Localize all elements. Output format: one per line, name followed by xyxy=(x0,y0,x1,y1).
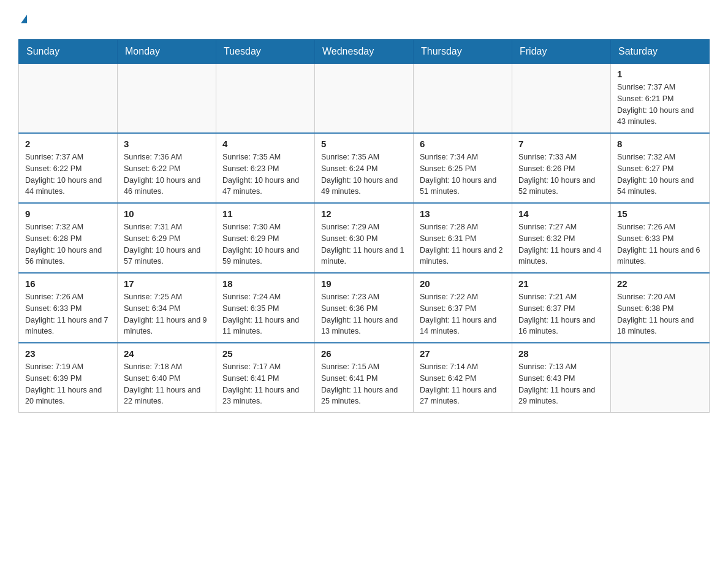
day-info: Sunrise: 7:23 AMSunset: 6:36 PMDaylight:… xyxy=(321,291,407,337)
day-info: Sunrise: 7:28 AMSunset: 6:31 PMDaylight:… xyxy=(420,221,506,267)
calendar-day-cell xyxy=(315,64,414,134)
day-number: 13 xyxy=(420,209,506,219)
calendar-day-cell: 16Sunrise: 7:26 AMSunset: 6:33 PMDayligh… xyxy=(19,273,118,343)
day-info: Sunrise: 7:32 AMSunset: 6:28 PMDaylight:… xyxy=(25,221,111,267)
day-number: 23 xyxy=(25,348,111,359)
calendar-day-cell: 23Sunrise: 7:19 AMSunset: 6:39 PMDayligh… xyxy=(19,343,118,413)
calendar-day-cell: 3Sunrise: 7:36 AMSunset: 6:22 PMDaylight… xyxy=(118,133,216,203)
day-number: 11 xyxy=(222,209,308,219)
day-info: Sunrise: 7:25 AMSunset: 6:34 PMDaylight:… xyxy=(124,291,210,337)
day-info: Sunrise: 7:17 AMSunset: 6:41 PMDaylight:… xyxy=(222,361,308,407)
day-info: Sunrise: 7:35 AMSunset: 6:24 PMDaylight:… xyxy=(321,151,407,197)
calendar-day-cell: 14Sunrise: 7:27 AMSunset: 6:32 PMDayligh… xyxy=(512,203,611,273)
day-number: 26 xyxy=(321,348,407,359)
calendar-day-cell xyxy=(611,343,710,413)
day-number: 17 xyxy=(124,278,210,289)
day-number: 21 xyxy=(518,278,604,289)
day-number: 18 xyxy=(222,278,308,289)
day-info: Sunrise: 7:15 AMSunset: 6:41 PMDaylight:… xyxy=(321,361,407,407)
day-number: 24 xyxy=(124,348,210,359)
day-info: Sunrise: 7:26 AMSunset: 6:33 PMDaylight:… xyxy=(617,221,703,267)
calendar-day-cell xyxy=(19,64,118,134)
day-info: Sunrise: 7:14 AMSunset: 6:42 PMDaylight:… xyxy=(420,361,506,407)
calendar-table: Sunday Monday Tuesday Wednesday Thursday… xyxy=(18,39,710,413)
calendar-day-cell: 25Sunrise: 7:17 AMSunset: 6:41 PMDayligh… xyxy=(216,343,315,413)
calendar-day-cell xyxy=(512,64,611,134)
day-info: Sunrise: 7:30 AMSunset: 6:29 PMDaylight:… xyxy=(222,221,308,267)
day-number: 12 xyxy=(321,209,407,219)
day-number: 2 xyxy=(25,139,111,149)
header-saturday: Saturday xyxy=(611,40,710,64)
calendar-week-row: 9Sunrise: 7:32 AMSunset: 6:28 PMDaylight… xyxy=(19,203,710,273)
day-number: 20 xyxy=(420,278,506,289)
day-number: 5 xyxy=(321,139,407,149)
day-number: 28 xyxy=(518,348,604,359)
day-info: Sunrise: 7:37 AMSunset: 6:22 PMDaylight:… xyxy=(25,151,111,197)
calendar-day-cell xyxy=(118,64,216,134)
calendar-day-cell: 21Sunrise: 7:21 AMSunset: 6:37 PMDayligh… xyxy=(512,273,611,343)
calendar-day-cell: 9Sunrise: 7:32 AMSunset: 6:28 PMDaylight… xyxy=(19,203,118,273)
calendar-day-cell: 5Sunrise: 7:35 AMSunset: 6:24 PMDaylight… xyxy=(315,133,414,203)
day-info: Sunrise: 7:18 AMSunset: 6:40 PMDaylight:… xyxy=(124,361,210,407)
calendar-week-row: 1Sunrise: 7:37 AMSunset: 6:21 PMDaylight… xyxy=(19,64,710,134)
day-number: 6 xyxy=(420,139,506,149)
day-number: 9 xyxy=(25,209,111,219)
calendar-day-cell: 15Sunrise: 7:26 AMSunset: 6:33 PMDayligh… xyxy=(611,203,710,273)
header-tuesday: Tuesday xyxy=(216,40,315,64)
calendar-day-cell: 17Sunrise: 7:25 AMSunset: 6:34 PMDayligh… xyxy=(118,273,216,343)
calendar-day-cell xyxy=(414,64,512,134)
day-info: Sunrise: 7:33 AMSunset: 6:26 PMDaylight:… xyxy=(518,151,604,197)
day-info: Sunrise: 7:24 AMSunset: 6:35 PMDaylight:… xyxy=(222,291,308,337)
header-monday: Monday xyxy=(118,40,216,64)
day-info: Sunrise: 7:32 AMSunset: 6:27 PMDaylight:… xyxy=(617,151,703,197)
calendar-day-cell: 10Sunrise: 7:31 AMSunset: 6:29 PMDayligh… xyxy=(118,203,216,273)
calendar-day-cell: 22Sunrise: 7:20 AMSunset: 6:38 PMDayligh… xyxy=(611,273,710,343)
day-info: Sunrise: 7:20 AMSunset: 6:38 PMDaylight:… xyxy=(617,291,703,337)
logo-top-row xyxy=(18,12,27,27)
day-number: 16 xyxy=(25,278,111,289)
calendar-day-cell: 7Sunrise: 7:33 AMSunset: 6:26 PMDaylight… xyxy=(512,133,611,203)
day-info: Sunrise: 7:21 AMSunset: 6:37 PMDaylight:… xyxy=(518,291,604,337)
day-info: Sunrise: 7:13 AMSunset: 6:43 PMDaylight:… xyxy=(518,361,604,407)
calendar-day-cell: 4Sunrise: 7:35 AMSunset: 6:23 PMDaylight… xyxy=(216,133,315,203)
calendar-week-row: 16Sunrise: 7:26 AMSunset: 6:33 PMDayligh… xyxy=(19,273,710,343)
calendar-day-cell xyxy=(216,64,315,134)
day-info: Sunrise: 7:26 AMSunset: 6:33 PMDaylight:… xyxy=(25,291,111,337)
calendar-day-cell: 19Sunrise: 7:23 AMSunset: 6:36 PMDayligh… xyxy=(315,273,414,343)
calendar-day-cell: 8Sunrise: 7:32 AMSunset: 6:27 PMDaylight… xyxy=(611,133,710,203)
calendar-day-cell: 11Sunrise: 7:30 AMSunset: 6:29 PMDayligh… xyxy=(216,203,315,273)
calendar-week-row: 2Sunrise: 7:37 AMSunset: 6:22 PMDaylight… xyxy=(19,133,710,203)
day-number: 3 xyxy=(124,139,210,149)
day-info: Sunrise: 7:27 AMSunset: 6:32 PMDaylight:… xyxy=(518,221,604,267)
calendar-day-cell: 20Sunrise: 7:22 AMSunset: 6:37 PMDayligh… xyxy=(414,273,512,343)
day-number: 4 xyxy=(222,139,308,149)
calendar-day-cell: 12Sunrise: 7:29 AMSunset: 6:30 PMDayligh… xyxy=(315,203,414,273)
day-info: Sunrise: 7:31 AMSunset: 6:29 PMDaylight:… xyxy=(124,221,210,267)
day-info: Sunrise: 7:22 AMSunset: 6:37 PMDaylight:… xyxy=(420,291,506,337)
day-info: Sunrise: 7:37 AMSunset: 6:21 PMDaylight:… xyxy=(617,82,703,128)
day-number: 27 xyxy=(420,348,506,359)
day-info: Sunrise: 7:29 AMSunset: 6:30 PMDaylight:… xyxy=(321,221,407,267)
day-number: 15 xyxy=(617,209,703,219)
day-number: 14 xyxy=(518,209,604,219)
day-number: 19 xyxy=(321,278,407,289)
calendar-day-cell: 13Sunrise: 7:28 AMSunset: 6:31 PMDayligh… xyxy=(414,203,512,273)
calendar-day-cell: 28Sunrise: 7:13 AMSunset: 6:43 PMDayligh… xyxy=(512,343,611,413)
day-number: 1 xyxy=(617,69,703,79)
day-number: 8 xyxy=(617,139,703,149)
day-number: 10 xyxy=(124,209,210,219)
day-number: 7 xyxy=(518,139,604,149)
header-friday: Friday xyxy=(512,40,611,64)
calendar-day-cell: 27Sunrise: 7:14 AMSunset: 6:42 PMDayligh… xyxy=(414,343,512,413)
calendar-day-cell: 26Sunrise: 7:15 AMSunset: 6:41 PMDayligh… xyxy=(315,343,414,413)
day-number: 22 xyxy=(617,278,703,289)
calendar-day-cell: 2Sunrise: 7:37 AMSunset: 6:22 PMDaylight… xyxy=(19,133,118,203)
logo-triangle-icon xyxy=(21,15,27,23)
day-info: Sunrise: 7:34 AMSunset: 6:25 PMDaylight:… xyxy=(420,151,506,197)
calendar-day-cell: 24Sunrise: 7:18 AMSunset: 6:40 PMDayligh… xyxy=(118,343,216,413)
day-number: 25 xyxy=(222,348,308,359)
day-info: Sunrise: 7:36 AMSunset: 6:22 PMDaylight:… xyxy=(124,151,210,197)
day-info: Sunrise: 7:35 AMSunset: 6:23 PMDaylight:… xyxy=(222,151,308,197)
page-header xyxy=(18,12,710,27)
calendar-day-cell: 6Sunrise: 7:34 AMSunset: 6:25 PMDaylight… xyxy=(414,133,512,203)
